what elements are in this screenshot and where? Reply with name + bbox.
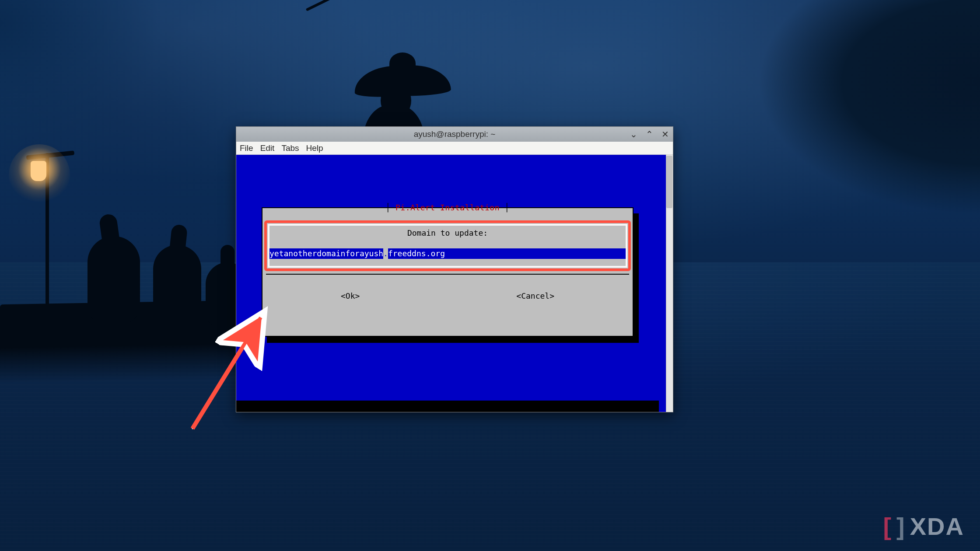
wallpaper-trees <box>639 0 980 227</box>
window-title: ayush@raspberrypi: ~ <box>414 129 496 139</box>
terminal-bottom-border <box>236 401 659 412</box>
cancel-button[interactable]: <Cancel> <box>516 291 554 300</box>
xda-watermark: [ ] XDA <box>883 512 964 541</box>
dialog-buttons: <Ok> <Cancel> <box>262 291 633 300</box>
watermark-text: XDA <box>910 512 964 541</box>
pi-alert-dialog: ┤ Pi.Alert Installation ├ Domain to upda… <box>262 207 634 337</box>
bracket-icon: ] <box>896 514 905 539</box>
terminal-area: ┤ Pi.Alert Installation ├ Domain to upda… <box>236 155 673 412</box>
scrollbar-thumb[interactable] <box>666 156 672 208</box>
window-controls: ⌄ ⌃ ✕ <box>629 127 669 142</box>
domain-input[interactable]: yetanotherdomainforayush.freeddns.org <box>269 248 626 259</box>
bracket-icon: [ <box>883 514 891 539</box>
terminal-window: ayush@raspberrypi: ~ ⌄ ⌃ ✕ File Edit Tab… <box>236 126 673 412</box>
scrollbar[interactable] <box>666 155 673 412</box>
minimize-button[interactable]: ⌄ <box>629 130 638 139</box>
wallpaper-bird <box>88 236 140 324</box>
menu-file[interactable]: File <box>240 143 253 153</box>
dialog-prompt: Domain to update: <box>262 228 633 237</box>
wallpaper-bird <box>153 245 201 328</box>
ok-button[interactable]: <Ok> <box>341 291 360 300</box>
menu-edit[interactable]: Edit <box>260 143 275 153</box>
menu-tabs[interactable]: Tabs <box>281 143 299 153</box>
menu-help[interactable]: Help <box>306 143 323 153</box>
dialog-title: ┤ Pi.Alert Installation ├ <box>262 203 633 212</box>
dialog-separator <box>266 274 629 275</box>
menubar: File Edit Tabs Help <box>236 142 673 155</box>
close-button[interactable]: ✕ <box>661 130 669 139</box>
window-titlebar[interactable]: ayush@raspberrypi: ~ ⌄ ⌃ ✕ <box>236 127 673 142</box>
wallpaper-lamp <box>31 161 46 181</box>
maximize-button[interactable]: ⌃ <box>645 130 654 139</box>
terminal-viewport[interactable]: ┤ Pi.Alert Installation ├ Domain to upda… <box>236 155 666 412</box>
